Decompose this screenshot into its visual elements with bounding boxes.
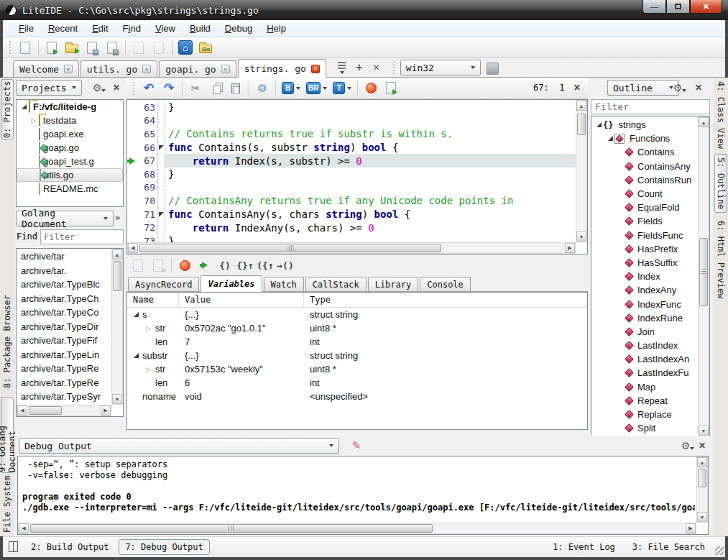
godoc-list-item[interactable]: archive/tar. (17, 264, 111, 278)
menu-view[interactable]: View (148, 22, 183, 35)
log-close-icon[interactable]: ✕ (149, 257, 167, 274)
godoc-icon[interactable]: Go (196, 39, 215, 56)
code-line[interactable]: 64 (127, 114, 576, 128)
scroll-up-icon[interactable]: ▲ (697, 457, 707, 467)
tree-item-testdata[interactable]: ▷testdata (17, 114, 123, 127)
menu-help[interactable]: Help (259, 22, 293, 35)
scroll-up-icon[interactable]: ▲ (112, 249, 122, 260)
debug-tab-library[interactable]: Library (368, 277, 419, 291)
editor-hscrollbar[interactable]: ◀ ▶ (127, 242, 576, 254)
scroll-down-icon[interactable]: ▼ (697, 512, 707, 522)
debug-tab-variables[interactable]: Variables (201, 275, 262, 292)
dock-tab-file-system[interactable]: File System (1, 473, 14, 535)
expander-icon[interactable] (132, 353, 140, 358)
outline-item-containsrun[interactable]: ContainsRun (591, 173, 698, 187)
outline-item-contains[interactable]: Contains (591, 145, 698, 159)
godoc-list-item[interactable]: archive/tar.TypeDir (17, 320, 111, 334)
list-hscrollbar[interactable]: ◀▶ (17, 405, 111, 416)
outline-item-lastindexan[interactable]: LastIndexAn (591, 352, 698, 366)
outline-item-lastindexfu[interactable]: LastIndexFu (591, 366, 698, 380)
stop-record-icon[interactable] (175, 257, 194, 274)
build-b-icon[interactable]: B (280, 80, 303, 97)
outline-item-fieldsfunc[interactable]: FieldsFunc (591, 229, 698, 242)
paste-icon[interactable] (226, 80, 245, 97)
scroll-left-icon[interactable]: ◀ (128, 243, 138, 253)
expander-icon[interactable] (594, 122, 603, 127)
scroll-right-icon[interactable]: ▶ (686, 523, 696, 533)
code-line[interactable]: 65// Contains returns true if substr is … (127, 127, 576, 141)
statusbar-2-build-output[interactable]: 2: Build Output (25, 540, 114, 554)
scroll-up-icon[interactable]: ▲ (699, 117, 709, 127)
variable-row[interactable]: s{...}struct string (127, 308, 587, 321)
outline-item-strings[interactable]: {}strings (591, 118, 698, 132)
code-line[interactable]: 68} (127, 167, 576, 181)
outline-close-button[interactable]: ✕ (691, 81, 706, 95)
tab-close-icon[interactable]: ✕ (142, 65, 151, 73)
toolbar-grip[interactable] (392, 61, 396, 74)
outline-item-hasprefix[interactable]: HasPrefix (591, 242, 698, 256)
godoc-list-item[interactable]: archive/tar.TypeCh (17, 292, 111, 306)
code-editor[interactable]: 63}6465// Contains returns true if subst… (126, 99, 588, 254)
target-combo[interactable]: win32 (400, 60, 481, 75)
godoc-list-item[interactable]: archive/tar.TypeCo (17, 306, 111, 320)
left-view-combo[interactable]: Projects (16, 80, 82, 96)
list-vscroll-thumb[interactable] (113, 261, 121, 291)
continue-icon[interactable] (195, 257, 214, 274)
debug-tab-callstack[interactable]: CallStack (305, 277, 367, 291)
output-close-button[interactable]: ✕ (695, 439, 709, 453)
outline-item-lastindex[interactable]: LastIndex (591, 339, 698, 352)
statusbar-3-file-search[interactable]: 3: File Search (632, 542, 705, 552)
scroll-up-icon[interactable]: ▲ (576, 101, 586, 111)
outline-item-index[interactable]: Index (591, 270, 698, 283)
godoc-list-item[interactable]: archive/tar.TypeSyr (17, 390, 111, 404)
outline-vscrollbar[interactable]: ▲ ▼ (698, 116, 709, 436)
outline-item-hassuffix[interactable]: HasSuffix (591, 256, 698, 270)
menu-find[interactable]: Find (116, 22, 148, 35)
outline-item-count[interactable]: Count (591, 187, 698, 201)
undo-icon[interactable]: ↶ (139, 80, 158, 97)
menu-debug[interactable]: Debug (218, 22, 259, 35)
new-file-icon[interactable] (16, 39, 34, 56)
expander-icon[interactable]: ▷ (29, 117, 38, 124)
expander-icon[interactable] (19, 104, 28, 109)
tree-item-utils-go[interactable]: utils.go (17, 168, 123, 182)
expander-icon[interactable] (132, 312, 140, 317)
step-over-icon[interactable]: {}↑ (236, 257, 254, 274)
tree-item-goapi-exe[interactable]: goapi.exe (17, 127, 123, 141)
tree-item-f-vfc-liteide-g[interactable]: F:/vfc/liteide-g (17, 100, 123, 114)
target-options-button[interactable] (487, 63, 499, 75)
outline-gear-button[interactable]: ⚙ (673, 81, 687, 95)
godoc-list-item[interactable]: archive/tar.TypeRe (17, 376, 111, 390)
list-vscrollbar[interactable]: ▲▼ (111, 249, 123, 405)
toggle-panels-icon[interactable] (9, 541, 18, 552)
variable-row[interactable]: len7int (127, 335, 587, 349)
outline-vscroll-thumb[interactable] (699, 238, 708, 306)
outline-item-split[interactable]: Split (591, 421, 698, 435)
fold-marker-icon[interactable] (157, 141, 165, 155)
output-view-combo[interactable]: Debug Output (19, 438, 339, 454)
fold-marker-icon[interactable] (157, 208, 165, 221)
outline-item-replace[interactable]: Replace (591, 408, 698, 421)
minimize-button[interactable]: — (642, 0, 666, 14)
godoc-list-item[interactable]: archive/tar.TypeLin (17, 348, 111, 362)
close-file-icon[interactable] (129, 39, 148, 56)
find-filter-input[interactable] (40, 229, 124, 244)
maximize-button[interactable] (666, 0, 690, 14)
cut-icon[interactable]: ✂ (186, 80, 205, 97)
doc-more-button[interactable]: » (115, 213, 120, 223)
outline-item-map[interactable]: Map (591, 380, 698, 394)
output-hscroll-thumb[interactable] (30, 524, 433, 533)
outline-item-indexrune[interactable]: IndexRune (591, 311, 698, 325)
code-line[interactable]: 66func Contains(s, substr string) bool { (127, 141, 576, 155)
output-vscroll-thumb[interactable] (698, 469, 706, 487)
open-folder-icon[interactable] (63, 39, 81, 56)
expander-icon[interactable]: ▷ (144, 366, 153, 373)
scroll-left-icon[interactable]: ◀ (17, 405, 27, 416)
code-line[interactable]: 67 return Index(s, substr) >= 0 (127, 154, 576, 167)
scroll-down-icon[interactable]: ▼ (576, 231, 586, 242)
variable-row[interactable]: len6int (127, 376, 587, 390)
outline-item-functions[interactable]: Functions (591, 132, 698, 145)
statusbar-1-event-log[interactable]: 1: Event Log (553, 542, 615, 552)
build-t-icon[interactable]: T (331, 80, 354, 97)
dock-tab-6-html-preview[interactable]: 6: Html Preview (714, 216, 727, 303)
